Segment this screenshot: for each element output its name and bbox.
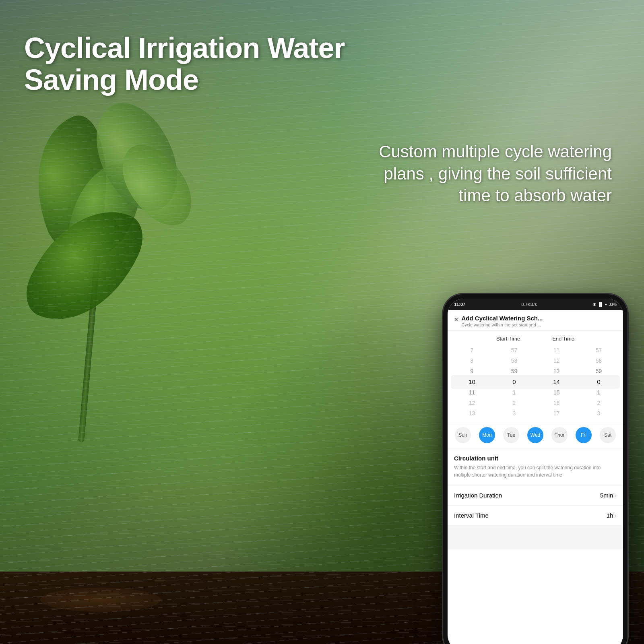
irrigation-duration-value: 5min ›	[600, 492, 617, 499]
start-time-label: Start Time	[496, 336, 520, 342]
day-thur[interactable]: Thur	[551, 427, 568, 443]
day-wed[interactable]: Wed	[527, 427, 543, 443]
irrigation-chevron-icon: ›	[615, 492, 617, 499]
phone-screen: 11:07 8.7KB/s ✱ ▐▌ ▾ 33% ×	[448, 299, 623, 644]
battery-icon: 33%	[609, 302, 617, 307]
time-row: 8 58 12 58	[448, 355, 623, 366]
interval-chevron-icon: ›	[615, 512, 617, 519]
irrigation-duration-label: Irrigation Duration	[454, 492, 502, 499]
time-picker: Start Time End Time 7 57 11 57 8 58 12	[448, 331, 623, 422]
time-row: 12 2 16 2	[448, 398, 623, 408]
day-sat[interactable]: Sat	[600, 427, 616, 443]
app-title: Add Cyclical Watering Sch...	[462, 315, 617, 322]
circulation-section: Circulation unit Within the start and en…	[448, 448, 623, 485]
content-layer: Cyclical Irrigation Water Saving Mode Cu…	[0, 0, 644, 644]
time-picker-header: Start Time End Time	[448, 334, 623, 345]
circulation-description: Within the start and end time, you can s…	[454, 464, 617, 479]
status-bar: 11:07 8.7KB/s ✱ ▐▌ ▾ 33%	[448, 299, 623, 310]
app-subtitle: Cycle watering within the set start and …	[462, 322, 617, 327]
bluetooth-icon: ✱	[593, 302, 596, 307]
phone-mockup: 11:07 8.7KB/s ✱ ▐▌ ▾ 33% ×	[443, 294, 628, 644]
time-row: 9 59 13 59	[448, 366, 623, 376]
day-tue[interactable]: Tue	[503, 427, 519, 443]
day-sun[interactable]: Sun	[455, 427, 471, 443]
circulation-title: Circulation unit	[454, 455, 617, 462]
days-section: Sun Mon Tue Wed Thur Fri Sat	[448, 422, 623, 448]
main-title: Cyclical Irrigation Water Saving Mode	[24, 32, 411, 96]
app-header: × Add Cyclical Watering Sch... Cycle wat…	[448, 310, 623, 331]
time-row-selected: 10 0 14 0	[448, 376, 623, 387]
time-row: 11 1 15 1	[448, 387, 623, 398]
signal-icon: ▐▌	[598, 302, 603, 307]
end-time-label: End Time	[552, 336, 574, 342]
day-mon[interactable]: Mon	[479, 427, 495, 443]
wifi-icon: ▾	[605, 302, 607, 307]
status-icons: ✱ ▐▌ ▾ 33%	[593, 302, 617, 307]
status-network: 8.7KB/s	[521, 302, 537, 307]
interval-time-value: 1h ›	[607, 512, 617, 519]
interval-time-row[interactable]: Interval Time 1h ›	[448, 505, 623, 525]
time-picker-rows[interactable]: 7 57 11 57 8 58 12 58 9 59 13	[448, 345, 623, 419]
bottom-area	[448, 525, 623, 549]
time-row: 13 3 17 3	[448, 408, 623, 419]
app-header-top: × Add Cyclical Watering Sch... Cycle wat…	[454, 315, 617, 327]
irrigation-duration-row[interactable]: Irrigation Duration 5min ›	[448, 485, 623, 505]
close-button[interactable]: ×	[454, 316, 458, 324]
status-time: 11:07	[454, 302, 465, 307]
day-fri[interactable]: Fri	[576, 427, 592, 443]
subtitle: Custom multiple cycle watering plans , g…	[370, 141, 612, 207]
app-header-text: Add Cyclical Watering Sch... Cycle water…	[462, 315, 617, 327]
interval-time-label: Interval Time	[454, 512, 489, 519]
time-row: 7 57 11 57	[448, 345, 623, 355]
